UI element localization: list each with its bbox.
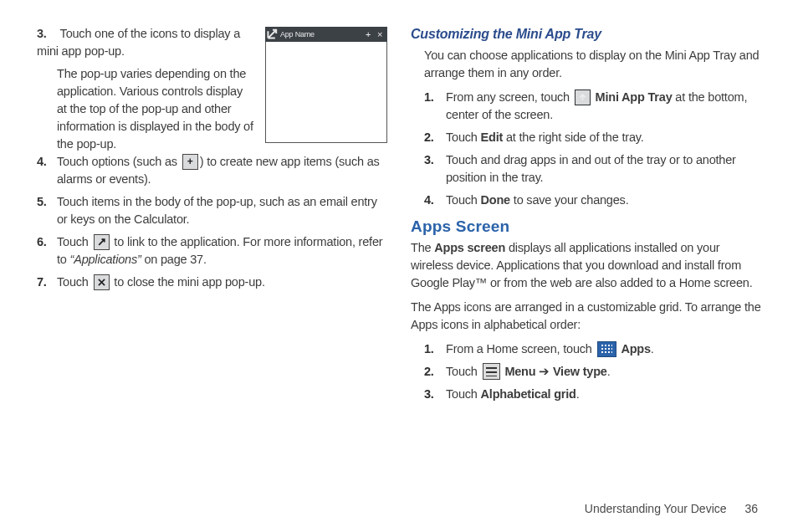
step-6: 6. Touch to link to the application. For… [37, 233, 387, 269]
apps-steps: 1. From a Home screen, touch Apps. 2. To… [411, 340, 761, 403]
step-3-block: App Name + × 3. Touch one of the icons t… [37, 25, 387, 153]
mini-app-titlebar: App Name + × [265, 27, 387, 42]
mini-app-window-illustration: App Name + × [265, 27, 387, 143]
t2: at the right side of the tray. [503, 130, 643, 144]
t2: . [651, 342, 654, 356]
step-5: 5. Touch items in the body of the pop-up… [37, 193, 387, 228]
t: Touch [446, 365, 481, 378]
apps-p2: The Apps icons are arranged in a customi… [411, 299, 761, 334]
apps-step-3: 3. Touch Alphabetical grid. [411, 386, 761, 403]
t2: . [607, 365, 611, 378]
step-number: 4. [424, 192, 446, 209]
apps-step-1: 1. From a Home screen, touch Apps. [411, 340, 761, 358]
step-text: Touch one of the icons to display a mini… [37, 27, 240, 58]
page-number: 36 [744, 502, 758, 515]
bold: Apps screen [434, 241, 505, 254]
t: Touch [446, 387, 481, 401]
left-column: App Name + × 3. Touch one of the icons t… [37, 25, 387, 494]
step-4: 4. Touch options (such as +) to create n… [37, 153, 387, 188]
step-number: 3. [424, 151, 446, 169]
t: Touch [446, 130, 481, 144]
step-number: 4. [37, 153, 57, 171]
page-footer: Understanding Your Device 36 [0, 502, 798, 515]
bold: Done [481, 193, 510, 207]
bold: Alphabetical grid [481, 387, 576, 401]
close-icon [94, 274, 110, 290]
bold: Mini App Tray [596, 90, 673, 104]
step-text-pre: Touch [57, 275, 92, 289]
bold2: View type [553, 365, 607, 378]
apps-step-2: 2. Touch Menu ➔ View type. [411, 363, 761, 381]
bold: Edit [481, 130, 504, 144]
cust-step-4: 4. Touch Done to save your changes. [411, 192, 761, 209]
step-number: 2. [424, 363, 446, 381]
expand-icon [267, 28, 279, 41]
bold: Apps [621, 342, 650, 356]
t: Touch [446, 193, 481, 207]
mini-app-title: App Name [279, 30, 362, 38]
mini-app-tray-icon [575, 90, 591, 105]
apps-grid-icon [597, 341, 616, 357]
step-text-pre: Touch options (such as [57, 155, 181, 168]
customizing-intro: You can choose applications to display o… [411, 47, 761, 82]
plus-icon: + [182, 154, 198, 170]
cust-step-2: 2. Touch Edit at the right side of the t… [411, 129, 761, 146]
menu-icon [483, 363, 500, 380]
cust-step-3: 3. Touch and drag apps in and out of the… [411, 151, 761, 187]
chapter-title: Understanding Your Device [585, 502, 727, 515]
cust-step-1: 1. From any screen, touch Mini App Tray … [411, 89, 761, 124]
left-steps-continued: 4. Touch options (such as +) to create n… [37, 153, 387, 291]
subheading-customizing: Customizing the Mini App Tray [411, 27, 761, 42]
step-number: 6. [37, 233, 57, 251]
step-number: 1. [424, 89, 446, 106]
step-number: 3. [424, 386, 446, 403]
step-number: 5. [37, 193, 57, 211]
apps-p1: The Apps screen displays all application… [411, 239, 761, 292]
step-text-pre: Touch [57, 235, 92, 248]
plus-icon: + [362, 29, 374, 39]
step-7: 7. Touch to close the mini app pop-up. [37, 274, 387, 291]
step-number: 2. [424, 129, 446, 146]
t2: to save your changes. [510, 193, 629, 207]
arrow: ➔ [535, 365, 552, 378]
step-text: Touch and drag apps in and out of the tr… [446, 151, 761, 187]
link-arrow-icon [94, 234, 110, 250]
t2: . [576, 387, 580, 401]
right-column: Customizing the Mini App Tray You can ch… [411, 25, 761, 494]
reference-link: “Applications” [70, 253, 141, 266]
mini-app-body [265, 42, 387, 143]
t: From any screen, touch [446, 90, 573, 104]
t: From a Home screen, touch [446, 342, 596, 356]
step-text: Touch items in the body of the pop-up, s… [57, 193, 387, 228]
step-text-post: on page 37. [141, 253, 207, 266]
step-number: 1. [424, 340, 446, 358]
bold: Menu [504, 365, 535, 378]
step-number: 3. [37, 25, 57, 43]
t: The [411, 241, 434, 254]
close-icon: × [374, 29, 386, 39]
step-text-post: to close the mini app pop-up. [111, 275, 265, 289]
customizing-steps: 1. From any screen, touch Mini App Tray … [411, 89, 761, 209]
step-number: 7. [37, 274, 57, 291]
section-heading-apps-screen: Apps Screen [411, 217, 761, 236]
